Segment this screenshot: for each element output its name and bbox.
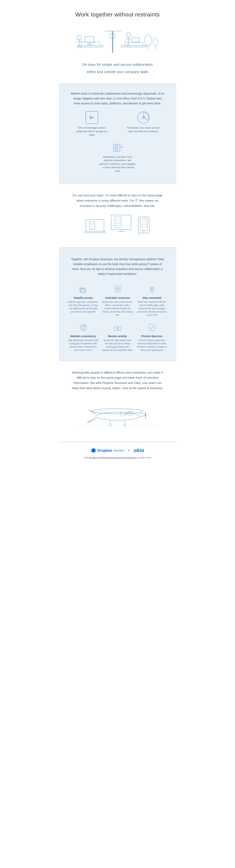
key-desc-6: Protect company data when external colla… <box>136 339 167 352</box>
footer-logos: Dropbox Business + okta <box>66 447 169 453</box>
stats-row-2: Businesses now have more external connec… <box>68 140 167 173</box>
hero-subtitle-line2: within and outside your company walls <box>66 69 169 74</box>
dropbox-label: Dropbox <box>97 448 112 453</box>
key-prevent: Prevent data loss Protect company data w… <box>136 322 167 352</box>
dropbox-logo: Dropbox Business <box>91 448 124 453</box>
connected-icon <box>146 284 157 294</box>
svg-rect-72 <box>150 287 154 288</box>
building-icon <box>111 140 124 153</box>
stat-icon-box-1: 6+ <box>86 111 98 124</box>
svg-rect-37 <box>90 221 95 229</box>
laptop-icon <box>84 218 106 235</box>
key-title-1: Simplify access <box>74 297 93 299</box>
dropbox-business-label: Business <box>114 449 124 452</box>
svg-rect-22 <box>132 37 139 42</box>
desktop-icon <box>109 214 133 235</box>
six-keys-grid: Simplify access Onboard agencies, contra… <box>68 284 167 352</box>
key-desc-2: Break down silos across teams, offices, … <box>102 300 133 317</box>
footer-section: Dropbox Business + okta Visit dropbox.co… <box>59 442 176 464</box>
prevent-icon <box>146 322 157 333</box>
challenge-text: For you and your team, it's more difficu… <box>72 193 163 209</box>
key-simplify-access: Simplify access Onboard agencies, contra… <box>68 284 99 317</box>
intro-section: Modern work is inherently collaborative … <box>59 84 176 184</box>
key-connected: Stay connected Work from anywhere with t… <box>136 284 167 317</box>
okta-label: okta <box>134 447 144 453</box>
dropbox-icon <box>91 448 96 453</box>
bottom-section: Working with people in different offices… <box>59 361 176 442</box>
svg-text:1/3: 1/3 <box>142 116 145 119</box>
key-monitor: Monitor activity Ensure the right people… <box>102 322 133 352</box>
intro-text: Modern work is inherently collaborative … <box>70 91 165 106</box>
monitor-icon <box>112 322 123 333</box>
hero-section: Work together without restraints <box>59 0 176 84</box>
hero-title: Work together without restraints <box>66 11 169 19</box>
simplify-access-icon <box>78 284 89 294</box>
together-section: Together with Dropbox Business, the iden… <box>59 248 176 361</box>
svg-line-19 <box>128 43 130 48</box>
svg-rect-1 <box>81 42 99 45</box>
plus-sign: + <box>128 448 130 453</box>
key-desc-4: Stay effortlessly connected with colleag… <box>68 339 99 352</box>
svg-rect-34 <box>116 150 117 151</box>
together-text: Together with Dropbox Business, the iden… <box>70 257 165 277</box>
key-title-5: Monitor activity <box>108 335 127 338</box>
key-title-3: Stay connected <box>142 297 161 299</box>
bottom-text: Working with people in different offices… <box>70 370 165 391</box>
key-desc-5: Ensure the right people have the right a… <box>102 339 133 352</box>
footer-link[interactable]: Visit dropbox.com/business/solutions/wor… <box>66 456 169 459</box>
stat-item-2: 1/3 Freelancers now make up more than 1/… <box>125 111 161 133</box>
key-consistency: Maintain consistency Stay effortlessly c… <box>68 322 99 352</box>
stat-item-1: 6+ 70% of knowledge workers collaborate … <box>74 111 110 137</box>
footer-link-prefix: Visit <box>84 456 89 459</box>
key-desc-3: Work from anywhere with the help of mobi… <box>136 300 167 317</box>
key-title-6: Prevent data loss <box>141 335 162 338</box>
svg-rect-31 <box>117 146 118 147</box>
svg-point-80 <box>96 412 139 420</box>
consistency-icon <box>78 322 89 333</box>
key-title-4: Maintain consistency <box>70 335 96 338</box>
footer-link-suffix: to learn more <box>138 456 152 459</box>
stat-label-2: Freelancers now make up more than 1/3 of… <box>125 126 161 133</box>
svg-line-18 <box>127 43 128 48</box>
key-title-2: Centralize resources <box>105 297 130 299</box>
svg-line-8 <box>78 45 79 48</box>
svg-line-77 <box>84 325 86 327</box>
svg-rect-0 <box>78 45 103 47</box>
challenge-section: For you and your team, it's more difficu… <box>59 184 176 247</box>
svg-rect-33 <box>117 148 118 149</box>
svg-rect-20 <box>121 45 146 47</box>
stat-item-3: Businesses now have more external connec… <box>99 140 136 173</box>
svg-point-57 <box>143 231 144 232</box>
svg-point-79 <box>117 329 118 329</box>
svg-point-87 <box>121 412 126 416</box>
svg-point-23 <box>145 35 152 45</box>
stat-label-1: 70% of knowledge workers collaborate wit… <box>74 126 110 137</box>
svg-rect-51 <box>138 217 149 233</box>
svg-rect-69 <box>152 288 154 291</box>
key-centralize: Centralize resources Break down silos ac… <box>102 284 133 317</box>
key-desc-1: Onboard agencies, contractors, and other… <box>68 300 99 313</box>
svg-rect-32 <box>114 148 116 149</box>
svg-rect-68 <box>150 288 152 291</box>
hero-illustration <box>72 24 163 56</box>
svg-point-5 <box>77 35 82 40</box>
footer-link-url[interactable]: dropbox.com/business/solutions/worklifeh… <box>89 456 137 459</box>
stats-row: 6+ 70% of knowledge workers collaborate … <box>68 111 167 137</box>
devices-row <box>68 214 167 235</box>
svg-rect-42 <box>85 231 105 233</box>
svg-point-81 <box>92 409 143 414</box>
stat-label-3: Businesses now have more external connec… <box>99 155 136 173</box>
svg-point-15 <box>126 33 131 37</box>
plane-illustration <box>74 396 161 433</box>
centralize-icon <box>112 284 123 294</box>
mobile-icon <box>136 216 151 235</box>
stat-circle-icon: 1/3 <box>137 111 150 124</box>
svg-line-9 <box>79 45 81 48</box>
svg-rect-30 <box>114 146 116 147</box>
okta-logo: okta <box>134 447 144 453</box>
stat-number-1: 6+ <box>90 115 94 120</box>
svg-point-25 <box>153 38 158 46</box>
svg-rect-44 <box>115 217 121 228</box>
hero-subtitle-line1: Six keys for simple and secure collabora… <box>66 62 169 67</box>
